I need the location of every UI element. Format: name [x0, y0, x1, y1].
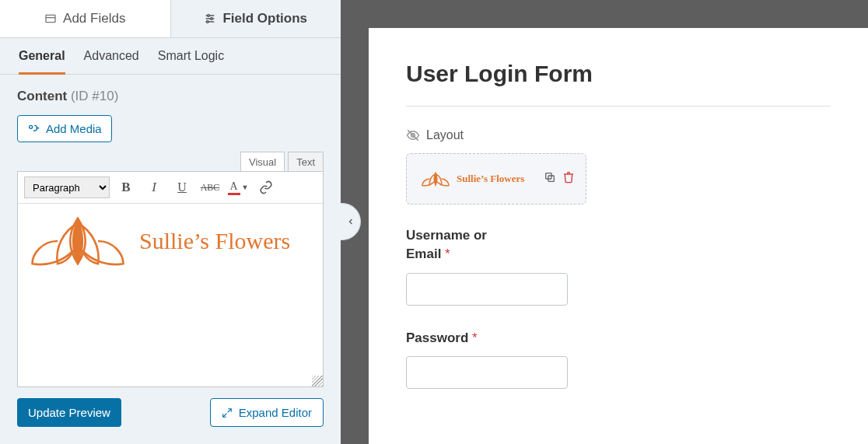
duplicate-icon[interactable] [544, 171, 556, 184]
content-area: Content (ID #10) Add Media Visual Text P… [0, 75, 341, 444]
required-mark: * [445, 246, 450, 261]
expand-editor-label: Expand Editor [239, 406, 312, 419]
block-actions [544, 171, 575, 184]
svg-point-7 [207, 21, 209, 23]
editor-canvas[interactable]: Sullie’s Flowers [18, 204, 323, 386]
link-button[interactable] [254, 177, 278, 198]
required-mark: * [472, 330, 478, 345]
svg-point-8 [30, 125, 33, 128]
username-input[interactable] [406, 273, 568, 306]
sliders-icon [204, 12, 216, 25]
text-color-button[interactable]: A ▼ [226, 177, 250, 198]
media-icon [27, 123, 40, 135]
chevron-left-icon [346, 217, 355, 226]
editor-tab-visual[interactable]: Visual [240, 152, 285, 172]
content-label: Content [17, 89, 67, 103]
logo-content: Sullie’s Flowers [27, 212, 313, 271]
editor-toolbar: Paragraph B I U ABC A ▼ [18, 172, 323, 204]
content-field-block[interactable]: Sullie’s Flowers [406, 153, 586, 205]
editor-tab-text[interactable]: Text [288, 152, 324, 172]
editor-resize-handle[interactable] [312, 376, 323, 386]
layout-label: Layout [426, 128, 464, 142]
username-label: Username or Email * [406, 226, 515, 264]
update-preview-button[interactable]: Update Preview [17, 398, 121, 427]
trash-icon[interactable] [562, 171, 575, 184]
sub-tabs: General Advanced Smart Logic [0, 38, 341, 75]
preview-wrap: User Login Form Layout Sullie’s Flowers [341, 0, 868, 444]
editor-action-row: Update Preview Expand Editor [17, 398, 324, 427]
expand-icon [222, 407, 233, 418]
svg-point-5 [211, 18, 213, 20]
tab-add-fields-label: Add Fields [63, 11, 125, 26]
lotus-icon [27, 212, 128, 271]
add-media-button[interactable]: Add Media [17, 115, 112, 142]
brand-text-small: Sullie’s Flowers [457, 173, 524, 185]
brand-text: Sullie’s Flowers [139, 228, 290, 254]
form-preview: User Login Form Layout Sullie’s Flowers [369, 28, 868, 444]
expand-editor-button[interactable]: Expand Editor [210, 398, 324, 427]
block-format-select[interactable]: Paragraph [24, 177, 110, 198]
password-label: Password * [406, 329, 831, 348]
svg-point-3 [208, 15, 210, 17]
content-heading: Content (ID #10) [17, 89, 324, 104]
top-tabs: Add Fields Field Options [0, 0, 341, 38]
tab-field-options[interactable]: Field Options [171, 0, 341, 37]
wysiwyg-editor: Paragraph B I U ABC A ▼ [17, 171, 324, 387]
eye-off-icon [406, 128, 420, 142]
lotus-icon-small [421, 170, 450, 188]
add-media-label: Add Media [46, 122, 102, 135]
editor-mode-tabs: Visual Text [17, 152, 324, 172]
content-id: (ID #10) [71, 89, 118, 103]
strikethrough-button[interactable]: ABC [198, 177, 222, 198]
title-separator [406, 106, 831, 107]
field-options-panel: Add Fields Field Options General Advance… [0, 0, 341, 444]
subtab-general[interactable]: General [19, 49, 65, 75]
italic-button[interactable]: I [142, 177, 166, 198]
subtab-advanced[interactable]: Advanced [84, 49, 139, 74]
tab-field-options-label: Field Options [222, 11, 307, 26]
password-input[interactable] [406, 356, 568, 389]
form-fields-icon [44, 12, 57, 25]
tab-add-fields[interactable]: Add Fields [0, 0, 171, 37]
subtab-smart-logic[interactable]: Smart Logic [158, 49, 224, 74]
svg-rect-0 [46, 15, 55, 22]
underline-button[interactable]: U [170, 177, 194, 198]
bold-button[interactable]: B [114, 177, 138, 198]
form-title: User Login Form [406, 61, 831, 87]
layout-indicator: Layout [406, 128, 831, 142]
